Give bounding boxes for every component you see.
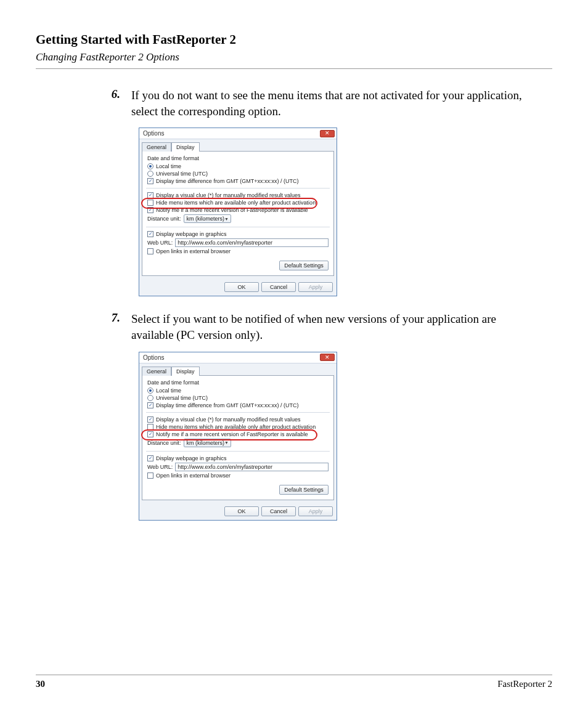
distance-unit-value: km (kilometers) — [187, 216, 225, 222]
checkbox-open-external[interactable] — [147, 473, 153, 479]
step-7-number: 7. — [36, 311, 131, 343]
checkbox-display-webpage[interactable] — [147, 231, 153, 237]
header-rule — [36, 68, 552, 69]
dialog-title: Options — [143, 354, 164, 361]
radio-local-time[interactable] — [147, 163, 153, 169]
cancel-button[interactable]: Cancel — [261, 282, 296, 292]
checkbox-notify-update-label: Notify me if a more recent version of Fa… — [156, 207, 308, 213]
web-url-input[interactable]: http://www.exfo.com/en/myfastreporter — [175, 238, 329, 247]
checkbox-notify-update-label: Notify me if a more recent version of Fa… — [156, 431, 308, 437]
group-datetime-label: Date and time format — [147, 155, 329, 161]
radio-utc[interactable] — [147, 395, 153, 401]
radio-utc-label: Universal time (UTC) — [156, 395, 208, 401]
checkbox-hide-menu-items[interactable] — [147, 424, 153, 430]
checkbox-timediff-label: Display time difference from GMT (GMT+xx… — [156, 402, 298, 408]
radio-local-time-label: Local time — [156, 387, 181, 394]
web-url-input[interactable]: http://www.exfo.com/en/myfastreporter — [175, 463, 329, 471]
section-title: Changing FastReporter 2 Options — [36, 51, 552, 63]
step-7: 7. Select if you want to be notified of … — [36, 311, 552, 343]
distance-unit-value: km (kilometers) — [187, 440, 225, 446]
tab-panel-display: Date and time format Local time Universa… — [142, 375, 334, 500]
default-settings-button[interactable]: Default Settings — [279, 261, 329, 270]
page-footer: 30 FastReporter 2 — [36, 675, 552, 689]
tab-display[interactable]: Display — [171, 367, 200, 376]
distance-unit-select[interactable]: km (kilometers) ▼ — [184, 214, 231, 223]
checkbox-open-external[interactable] — [147, 248, 153, 254]
dialog-footer: OK Cancel Apply — [139, 503, 337, 520]
web-url-label: Web URL: — [147, 240, 173, 246]
ok-button[interactable]: OK — [224, 282, 259, 292]
checkbox-notify-update[interactable] — [147, 431, 153, 437]
checkbox-timediff-label: Display time difference from GMT (GMT+xx… — [156, 178, 298, 184]
chevron-down-icon: ▼ — [224, 440, 229, 445]
close-icon[interactable]: ✕ — [320, 354, 335, 361]
checkbox-visual-clue-label: Display a visual clue (*) for manually m… — [156, 192, 301, 198]
ok-button[interactable]: OK — [224, 506, 259, 516]
product-name: FastReporter 2 — [497, 679, 552, 689]
checkbox-open-external-label: Open links in external browser — [156, 473, 231, 479]
close-icon[interactable]: ✕ — [320, 130, 335, 137]
checkbox-hide-menu-items-label: Hide menu items which are available only… — [156, 424, 316, 430]
tab-general[interactable]: General — [142, 142, 171, 152]
web-url-label: Web URL: — [147, 464, 173, 470]
checkbox-visual-clue-label: Display a visual clue (*) for manually m… — [156, 416, 301, 423]
checkbox-hide-menu-items-label: Hide menu items which are available only… — [156, 200, 316, 206]
step-7-text: Select if you want to be notified of whe… — [131, 311, 526, 343]
checkbox-timediff[interactable] — [147, 178, 153, 184]
dialog-footer: OK Cancel Apply — [139, 278, 337, 296]
tab-panel-display: Date and time format Local time Universa… — [142, 151, 334, 276]
distance-unit-label: Distance unit: — [147, 440, 181, 446]
checkbox-display-webpage[interactable] — [147, 455, 153, 461]
page-number: 30 — [36, 679, 45, 689]
step-6-number: 6. — [36, 87, 131, 119]
options-dialog-1: Options ✕ General Display Date and time … — [139, 128, 337, 296]
distance-unit-label: Distance unit: — [147, 216, 181, 222]
radio-local-time-label: Local time — [156, 163, 181, 169]
options-dialog-2: Options ✕ General Display Date and time … — [139, 352, 337, 521]
dialog-titlebar: Options ✕ — [139, 128, 337, 139]
radio-utc-label: Universal time (UTC) — [156, 171, 208, 177]
tabstrip: General Display — [139, 363, 337, 375]
default-settings-button[interactable]: Default Settings — [279, 485, 329, 495]
tabstrip: General Display — [139, 139, 337, 151]
checkbox-display-webpage-label: Display webpage in graphics — [156, 231, 227, 237]
step-6: 6. If you do not want to see the menu it… — [36, 87, 552, 119]
apply-button[interactable]: Apply — [298, 506, 333, 516]
checkbox-display-webpage-label: Display webpage in graphics — [156, 455, 227, 461]
distance-unit-select[interactable]: km (kilometers) ▼ — [184, 439, 231, 447]
checkbox-open-external-label: Open links in external browser — [156, 248, 231, 254]
radio-local-time[interactable] — [147, 387, 153, 394]
checkbox-notify-update[interactable] — [147, 207, 153, 213]
radio-utc[interactable] — [147, 171, 153, 177]
apply-button[interactable]: Apply — [298, 282, 333, 292]
chevron-down-icon: ▼ — [224, 217, 229, 221]
chapter-title: Getting Started with FastReporter 2 — [36, 32, 552, 47]
dialog-titlebar: Options ✕ — [139, 352, 337, 363]
checkbox-hide-menu-items[interactable] — [147, 200, 153, 206]
checkbox-visual-clue[interactable] — [147, 416, 153, 423]
cancel-button[interactable]: Cancel — [261, 506, 296, 516]
group-datetime-label: Date and time format — [147, 379, 329, 386]
checkbox-visual-clue[interactable] — [147, 192, 153, 198]
dialog-title: Options — [143, 130, 164, 137]
tab-display[interactable]: Display — [171, 142, 200, 152]
tab-general[interactable]: General — [142, 367, 171, 376]
step-6-text: If you do not want to see the menu items… — [131, 87, 526, 119]
checkbox-timediff[interactable] — [147, 402, 153, 408]
